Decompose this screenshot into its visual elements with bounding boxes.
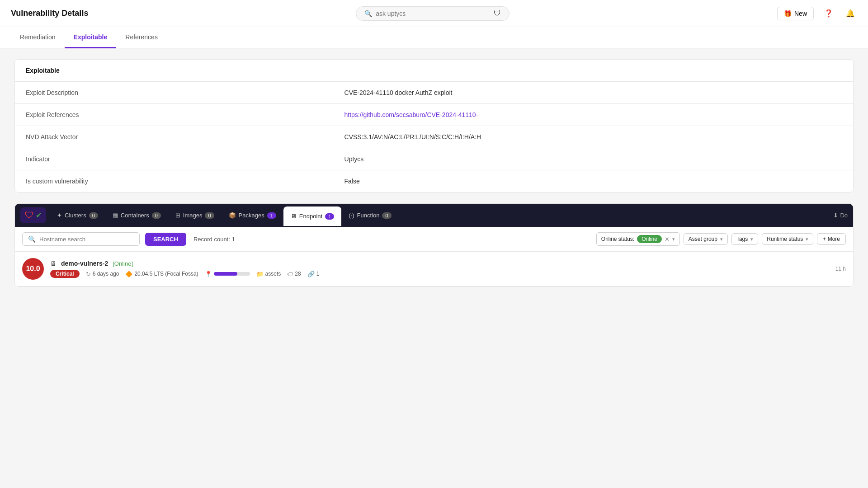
refresh-meta: ↻ 6 days ago	[86, 271, 119, 277]
more-filters-button[interactable]: + More	[817, 233, 846, 245]
label-exploit-references: Exploit References	[15, 104, 334, 126]
new-button[interactable]: 🎁 New	[777, 7, 814, 20]
hostname-search-input[interactable]	[39, 236, 134, 243]
score-badge: 10.0	[22, 258, 44, 280]
asset-tabs-row: 🛡 ✔ ✦ Clusters 0 ▦ Containers 0 ⊞ Images…	[15, 204, 853, 227]
links-meta: 🔗 1	[307, 271, 320, 277]
table-row: Indicator Uptycs	[15, 148, 853, 170]
help-button[interactable]: ❓	[822, 7, 835, 20]
online-status-filter[interactable]: Online status: Online ✕ ▾	[596, 232, 680, 246]
clusters-icon: ✦	[57, 212, 62, 219]
main-content: Exploitable Exploit Description CVE-2024…	[0, 48, 868, 298]
last-time: 11 h	[835, 266, 846, 272]
online-status-clear[interactable]: ✕	[665, 236, 670, 243]
label-custom-vuln: Is custom vulnerability	[15, 170, 334, 192]
packages-icon: 📦	[229, 212, 236, 219]
search-input-icon: 🔍	[28, 235, 36, 243]
endpoint-info: 🖥 demo-vulners-2 [Online] Critical ↻ 6 d…	[50, 260, 829, 278]
hostname-search-box[interactable]: 🔍	[22, 232, 140, 246]
tags-chevron-icon[interactable]: ▾	[750, 236, 753, 242]
tab-references[interactable]: References	[116, 27, 167, 48]
value-exploit-description: CVE-2024-41110 docker AuthZ exploit	[334, 82, 853, 104]
value-indicator: Uptycs	[334, 148, 853, 170]
table-row: NVD Attack Vector CVSS:3.1/AV:N/AC:L/PR:…	[15, 126, 853, 148]
ubuntu-icon: 🔶	[125, 271, 132, 277]
label-indicator: Indicator	[15, 148, 334, 170]
tags-filter[interactable]: Tags ▾	[731, 233, 758, 245]
exploitable-header: Exploitable	[15, 60, 334, 82]
endpoint-list-item: 10.0 🖥 demo-vulners-2 [Online] Critical …	[15, 252, 853, 286]
progress-fill	[214, 272, 237, 276]
asset-tab-packages[interactable]: 📦 Packages 1	[222, 206, 283, 225]
endpoint-meta: Critical ↻ 6 days ago 🔶 20.04.5 LTS (Foc…	[50, 270, 829, 278]
notifications-button[interactable]: 🔔	[844, 7, 857, 20]
assets-meta: 📁 assets	[256, 271, 281, 277]
tab-exploitable[interactable]: Exploitable	[65, 27, 117, 48]
endpoint-icon: 🖥	[291, 213, 297, 220]
gift-icon: 🎁	[784, 10, 792, 17]
asset-tab-containers[interactable]: ▦ Containers 0	[105, 206, 168, 225]
table-row: Exploit Description CVE-2024-41110 docke…	[15, 82, 853, 104]
tag-icon: 🏷	[287, 271, 293, 277]
asset-tab-clusters[interactable]: ✦ Clusters 0	[50, 206, 105, 225]
value-nvd-attack-vector: CVSS:3.1/AV:N/AC:L/PR:L/UI:N/S:C/C:H/I:H…	[334, 126, 853, 148]
location-icon: 📍	[205, 271, 212, 277]
top-header: Vulnerability Details 🔍 🛡 🎁 New ❓ 🔔	[0, 0, 868, 27]
asset-tab-function[interactable]: (·) Function 0	[341, 206, 398, 225]
exploitable-table: Exploitable Exploit Description CVE-2024…	[14, 59, 854, 192]
label-exploit-description: Exploit Description	[15, 82, 334, 104]
shield-green-icon: ✔	[36, 211, 42, 220]
exploitable-header-value	[334, 60, 853, 82]
endpoint-top: 🖥 demo-vulners-2 [Online]	[50, 260, 829, 267]
shield-icon-group: 🛡 ✔	[20, 207, 46, 223]
containers-icon: ▦	[113, 212, 118, 219]
online-status-label: Online status:	[601, 236, 634, 242]
asset-group-chevron-icon[interactable]: ▾	[720, 236, 723, 242]
label-nvd-attack-vector: NVD Attack Vector	[15, 126, 334, 148]
asset-tab-endpoint[interactable]: 🖥 Endpoint 1	[283, 206, 341, 226]
table-row: Exploit References https://github.com/se…	[15, 104, 853, 126]
search-row: 🔍 SEARCH Record count: 1 Online status: …	[15, 227, 853, 252]
shield-red-icon: 🛡	[25, 210, 34, 221]
bottom-panel: 🛡 ✔ ✦ Clusters 0 ▦ Containers 0 ⊞ Images…	[14, 203, 854, 287]
endpoint-name[interactable]: demo-vulners-2	[61, 260, 108, 267]
folder-icon: 📁	[256, 271, 264, 277]
online-tag: [Online]	[113, 260, 133, 267]
global-search-bar[interactable]: 🔍 🛡	[356, 6, 509, 21]
runtime-status-chevron-icon[interactable]: ▾	[806, 236, 808, 242]
table-row: Is custom vulnerability False	[15, 170, 853, 192]
search-button[interactable]: SEARCH	[145, 233, 186, 246]
filter-group: Online status: Online ✕ ▾ Asset group ▾ …	[596, 232, 846, 246]
download-area: ⬇ Do	[833, 212, 848, 219]
images-icon: ⊞	[175, 212, 180, 219]
asset-tab-images[interactable]: ⊞ Images 0	[168, 206, 222, 225]
asset-group-filter[interactable]: Asset group ▾	[684, 233, 728, 245]
download-icon[interactable]: ⬇	[833, 212, 838, 219]
header-right: 🎁 New ❓ 🔔	[777, 7, 857, 20]
value-custom-vuln: False	[334, 170, 853, 192]
value-exploit-references: https://github.com/secsaburo/CVE-2024-41…	[334, 104, 853, 126]
os-meta: 🔶 20.04.5 LTS (Focal Fossa)	[125, 271, 198, 277]
tab-remediation[interactable]: Remediation	[11, 27, 65, 48]
page-title: Vulnerability Details	[11, 9, 88, 18]
online-status-chevron-icon[interactable]: ▾	[672, 236, 675, 242]
uptycs-logo-icon: 🛡	[494, 9, 501, 18]
link-icon: 🔗	[307, 271, 315, 277]
function-icon: (·)	[349, 212, 354, 219]
location-meta: 📍	[205, 271, 250, 277]
progress-bar	[214, 272, 250, 276]
critical-badge: Critical	[50, 270, 80, 278]
runtime-status-filter[interactable]: Runtime status ▾	[762, 233, 813, 245]
refresh-icon: ↻	[86, 271, 91, 277]
tags-meta: 🏷 28	[287, 271, 301, 277]
tabs-bar: Remediation Exploitable References	[0, 27, 868, 48]
search-icon: 🔍	[364, 10, 372, 17]
record-count-label: Record count: 1	[193, 236, 235, 243]
desktop-icon: 🖥	[50, 260, 57, 267]
global-search-input[interactable]	[376, 10, 490, 17]
